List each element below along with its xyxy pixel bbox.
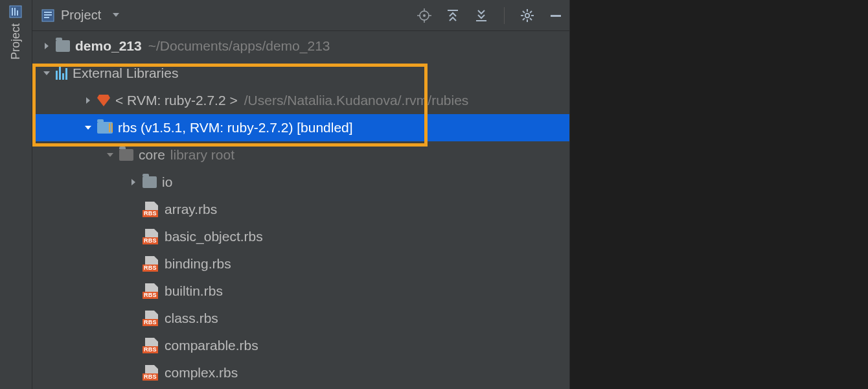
project-view-title[interactable]: Project (61, 8, 101, 23)
file-name: comparable.rbs (165, 338, 258, 353)
toolbar-separator (504, 7, 505, 24)
rbs-file-icon: RBS (143, 311, 159, 326)
svg-rect-25 (551, 15, 561, 17)
svg-point-16 (525, 13, 529, 17)
project-panel-header: Project (32, 0, 569, 31)
project-panel: Project (32, 0, 570, 389)
svg-line-21 (523, 11, 525, 13)
rbs-file-icon: RBS (143, 338, 159, 353)
rbs-file-icon: RBS (143, 365, 159, 381)
external-libraries-label: External Libraries (73, 65, 178, 81)
view-dropdown-icon[interactable] (111, 8, 120, 23)
project-path: ~/Documents/apps/demo_213 (148, 38, 330, 54)
locate-icon[interactable] (417, 8, 431, 23)
folder-icon (143, 176, 157, 188)
io-label: io (162, 174, 172, 190)
file-name: class.rbs (165, 311, 218, 326)
rbs-label: rbs (v1.5.1, RVM: ruby-2.7.2) [bundled] (118, 120, 353, 136)
project-tree[interactable]: demo_213 ~/Documents/apps/demo_213 Exter… (32, 31, 569, 389)
chevron-down-icon[interactable] (82, 123, 95, 132)
file-name: builtin.rbs (165, 283, 223, 299)
svg-rect-5 (44, 12, 52, 13)
svg-rect-6 (44, 14, 52, 16)
ruby-icon (97, 95, 110, 106)
tree-file-node[interactable]: · RBS complex.rbs (32, 359, 569, 386)
rbs-file-icon: RBS (143, 202, 159, 217)
tree-file-node[interactable]: · RBS comparable.rbs (32, 332, 569, 359)
project-tab-label: Project (9, 23, 23, 60)
tree-file-node[interactable]: · RBS class.rbs (32, 305, 569, 332)
file-name: basic_object.rbs (165, 229, 263, 244)
rbs-file-icon: RBS (143, 256, 159, 272)
chevron-right-icon[interactable] (127, 178, 140, 187)
tree-project-root[interactable]: demo_213 ~/Documents/apps/demo_213 (32, 32, 569, 60)
svg-rect-7 (44, 17, 49, 18)
core-hint: library root (170, 147, 234, 163)
file-name: binding.rbs (165, 256, 231, 272)
core-label: core (139, 147, 165, 163)
svg-line-24 (530, 11, 532, 13)
expand-all-icon[interactable] (446, 8, 460, 23)
project-tool-tab[interactable]: Project (9, 4, 23, 64)
file-name: complex.rbs (165, 365, 238, 381)
folder-icon (56, 40, 70, 52)
rvm-path: /Users/Nataliia.Kudanova/.rvm/rubies (244, 93, 469, 108)
chevron-down-icon[interactable] (40, 69, 53, 78)
hide-icon[interactable] (549, 8, 563, 23)
panel-toolbar (417, 7, 563, 24)
chevron-right-icon[interactable] (82, 96, 95, 105)
tree-io-node[interactable]: io (32, 169, 569, 196)
chevron-down-icon[interactable] (104, 150, 117, 159)
svg-point-9 (423, 14, 426, 17)
collapse-all-icon[interactable] (474, 8, 488, 23)
file-name: array.rbs (165, 202, 217, 217)
tree-rvm-node[interactable]: < RVM: ruby-2.7.2 > /Users/Nataliia.Kuda… (32, 87, 569, 114)
tool-window-bar: Project (0, 0, 32, 389)
folder-icon (119, 149, 133, 161)
tree-rbs-node[interactable]: rbs (v1.5.1, RVM: ruby-2.7.2) [bundled] (32, 114, 569, 141)
rvm-label: < RVM: ruby-2.7.2 > (115, 93, 238, 108)
project-tab-icon (10, 5, 23, 18)
rbs-file-icon: RBS (143, 283, 159, 299)
tree-file-node[interactable]: · RBS basic_object.rbs (32, 223, 569, 250)
tree-external-libraries[interactable]: External Libraries (32, 60, 569, 87)
tree-core-node[interactable]: core library root (32, 141, 569, 169)
tree-file-node[interactable]: · RBS array.rbs (32, 196, 569, 223)
chevron-right-icon[interactable] (40, 41, 53, 51)
svg-line-22 (530, 18, 532, 20)
editor-area (570, 0, 868, 389)
gear-icon[interactable] (520, 8, 534, 23)
project-name: demo_213 (75, 38, 142, 54)
tree-file-node[interactable]: · RBS binding.rbs (32, 250, 569, 277)
rbs-file-icon: RBS (143, 229, 159, 244)
project-header-icon (41, 9, 54, 22)
svg-line-23 (523, 18, 525, 20)
library-folder-icon (97, 122, 113, 134)
tree-file-node[interactable]: · RBS constants.rbs (32, 386, 569, 389)
library-icon (56, 67, 67, 80)
tree-file-node[interactable]: · RBS builtin.rbs (32, 277, 569, 305)
